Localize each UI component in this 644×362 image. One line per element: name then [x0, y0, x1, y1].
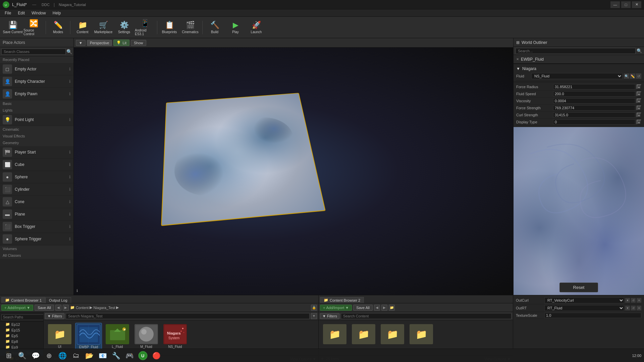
actor-cube[interactable]: ⬜ Cube ℹ	[0, 159, 73, 171]
fluid-refresh-btn[interactable]: ↺	[636, 73, 641, 79]
taskbar-widgets-button[interactable]: ⊕	[43, 350, 55, 362]
cinematics-button[interactable]: 🎬 Cinematics	[180, 18, 200, 37]
save-current-button[interactable]: 💾 Save Current	[3, 18, 23, 37]
blueprints-button[interactable]: 📋 Blueprints	[159, 18, 179, 37]
outcurl-select[interactable]: RT_VelocityCurl	[544, 297, 624, 303]
folder-ep8[interactable]: 📁 Ep8	[0, 339, 43, 344]
actor-empty-character[interactable]: 👤 Empty Character ℹ	[0, 75, 73, 88]
asset-m-fluid[interactable]: M_Fluid	[133, 323, 160, 351]
content-button[interactable]: 📁 Content	[72, 18, 93, 37]
cb1-back-button[interactable]: ◀	[55, 305, 61, 311]
curl-strength-input[interactable]	[553, 112, 635, 118]
build-button[interactable]: 🔨 Build	[205, 18, 225, 37]
output-log-tab[interactable]: Output Log	[45, 297, 71, 303]
asset-ns-fluid[interactable]: Niagara System NS_Fluid	[162, 323, 189, 351]
cb1-lock-button[interactable]: 🔒	[311, 305, 317, 311]
folder-ep12[interactable]: 📁 Ep12	[0, 321, 43, 327]
taskbar-email-button[interactable]: 📧	[97, 350, 109, 362]
outrt-btn-3[interactable]: ✕	[637, 306, 641, 310]
menu-edit[interactable]: Edit	[14, 10, 28, 16]
category-volumes[interactable]: Volumes	[0, 245, 73, 252]
force-strength-input[interactable]	[553, 105, 635, 111]
category-recently-placed[interactable]: Recently Placed	[0, 56, 73, 63]
ewbp-tab-label[interactable]: EWBP_Fluid	[521, 57, 544, 62]
viewport-options-button[interactable]: ▼	[76, 40, 86, 46]
lit-button[interactable]: 💡 Lit	[113, 40, 129, 46]
category-all-classes[interactable]: All Classes	[0, 252, 73, 259]
maximize-button[interactable]: □	[621, 1, 631, 8]
taskbar-record-button[interactable]: 🔴	[150, 350, 162, 362]
taskbar-edge-button[interactable]: 🌐	[56, 350, 68, 362]
menu-window[interactable]: Window	[28, 10, 49, 16]
fluid-speed-up-btn[interactable]: ▲	[637, 92, 641, 96]
actor-cylinder[interactable]: ⬛ Cylinder ℹ	[0, 183, 73, 196]
asset-l-fluid[interactable]: ★ L_Fluid	[104, 323, 131, 351]
cb2-folder-2[interactable]: 📁	[350, 323, 377, 346]
cb2-folder-3[interactable]: 📁	[379, 323, 406, 346]
search-classes-input[interactable]	[1, 49, 66, 55]
asset-ewbp-fluid[interactable]: EWBP_Fluid	[75, 323, 102, 351]
taskbar-explorer-button[interactable]: 📂	[83, 350, 95, 362]
category-basic[interactable]: Basic	[0, 100, 73, 107]
reset-button[interactable]: Reset	[559, 283, 598, 292]
folder-ep5[interactable]: 📁 Ep5	[0, 333, 43, 339]
fluid-search-btn[interactable]: 🔍	[624, 73, 629, 79]
cb1-filter-button[interactable]: ▼ Filters	[45, 313, 64, 319]
curl-strength-up-btn[interactable]: ▲	[637, 113, 641, 117]
taskbar-unreal-button[interactable]: U	[137, 350, 149, 362]
outliner-search-input[interactable]	[516, 48, 636, 54]
outcurl-btn-3[interactable]: ✕	[637, 298, 641, 303]
display-type-input[interactable]	[553, 119, 635, 125]
actor-cone[interactable]: △ Cone ℹ	[0, 196, 73, 208]
source-control-button[interactable]: 🔀 Source Control	[23, 18, 44, 37]
android-button[interactable]: 📱 Android ES3.1	[135, 18, 155, 37]
breadcrumb-niagara-test[interactable]: Niagara_Test	[93, 306, 115, 310]
actor-sphere[interactable]: ● Sphere ℹ	[0, 171, 73, 183]
cb2-back-button[interactable]: ◀	[374, 305, 380, 311]
outrt-select[interactable]: RT_Fluid	[544, 305, 624, 311]
settings-button[interactable]: ⚙️ Settings	[114, 18, 134, 37]
cb2-tab[interactable]: 📁 Content Browser 2	[320, 297, 364, 303]
outcurl-btn-2[interactable]: ↺	[631, 298, 636, 303]
force-radius-up-btn[interactable]: ▲	[637, 84, 641, 89]
cb2-search-input[interactable]	[341, 313, 512, 319]
cb2-folder-4[interactable]: 📁	[408, 323, 435, 346]
play-button[interactable]: ▶ Play	[225, 18, 246, 37]
perspective-button[interactable]: Perspective	[87, 40, 112, 46]
actor-empty-actor[interactable]: ◻ Empty Actor ℹ	[0, 63, 73, 75]
category-geometry[interactable]: Geometry	[0, 139, 73, 146]
viscosity-up-btn[interactable]: ▲	[637, 99, 641, 103]
modes-button[interactable]: ✏️ Modes	[48, 18, 68, 37]
outrt-btn-1[interactable]: ▼	[625, 306, 630, 310]
minimize-button[interactable]: —	[610, 1, 620, 8]
actor-point-light[interactable]: 💡 Point Light ℹ	[0, 114, 73, 126]
taskbar-files-button[interactable]: 🗂	[70, 350, 82, 362]
niagara-header[interactable]: ▼ Niagara	[516, 65, 641, 72]
cb1-tab[interactable]: 📁 Content Browser 1	[1, 297, 45, 303]
force-strength-up-btn[interactable]: ▲	[637, 106, 641, 110]
cb1-search-options-btn[interactable]: ▼	[311, 313, 317, 319]
outrt-btn-2[interactable]: ↺	[631, 306, 636, 310]
cb2-add-import-button[interactable]: + Add/Import ▼	[320, 305, 352, 311]
category-cinematic[interactable]: Cinematic	[0, 126, 73, 133]
menu-help[interactable]: Help	[49, 10, 64, 16]
fluid-select[interactable]: NS_Fluid	[531, 73, 623, 79]
actor-player-start[interactable]: 🏁 Player Start ℹ	[0, 146, 73, 159]
cb1-search-input[interactable]	[66, 313, 310, 319]
show-button[interactable]: Show	[131, 40, 146, 46]
texturescale-input[interactable]	[544, 313, 641, 318]
cb2-save-all-button[interactable]: Save All	[353, 305, 373, 311]
force-radius-input[interactable]	[553, 84, 635, 89]
cb1-search-paths-input[interactable]	[1, 314, 44, 320]
cb2-filter-button[interactable]: ▼ Filters	[320, 313, 339, 319]
cb2-forward-button[interactable]: ▶	[381, 305, 387, 311]
category-lights[interactable]: Lights	[0, 107, 73, 114]
outcurl-btn-1[interactable]: ▼	[625, 298, 630, 303]
cb1-save-all-button[interactable]: Save All	[35, 305, 54, 311]
fluid-edit-btn[interactable]: ✏️	[630, 73, 635, 79]
marketplace-button[interactable]: 🛒 Marketplace	[93, 18, 113, 37]
cb2-folder-button[interactable]: 📁	[389, 305, 395, 311]
cb1-add-import-button[interactable]: + Add/Import ▼	[1, 305, 33, 311]
launch-button[interactable]: 🚀 Launch	[246, 18, 266, 37]
actor-box-trigger[interactable]: ⬛ Box Trigger ℹ	[0, 221, 73, 233]
